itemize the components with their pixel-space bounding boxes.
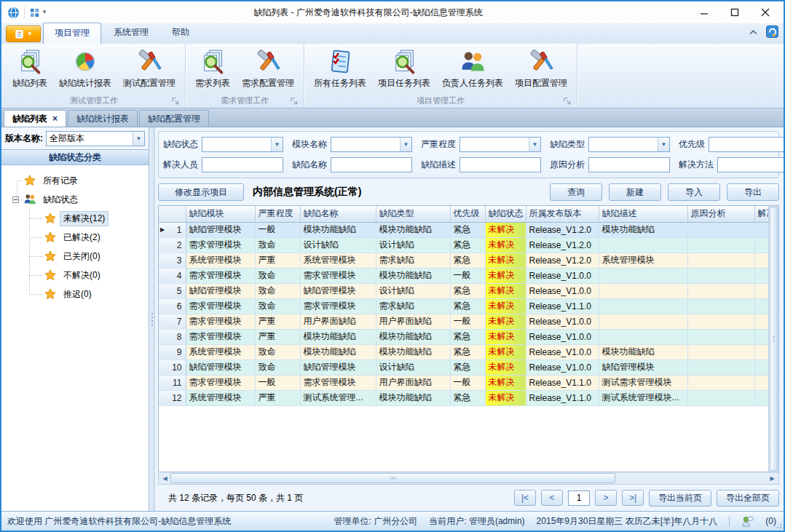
row-marker-cell: 3 xyxy=(159,253,186,268)
filter-select[interactable]: ▼ xyxy=(588,137,670,152)
table-row[interactable]: 9系统管理模块致命模块功能缺陷模块功能缺陷紧急未解决Release_V1.0.0… xyxy=(159,344,768,360)
filter-select[interactable]: ▼ xyxy=(331,137,412,152)
action-button[interactable]: 导入 xyxy=(668,183,720,201)
table-row[interactable]: 11需求管理模块一般需求管理模块用户界面缺陷一般未解决Release_V1.1.… xyxy=(159,375,768,390)
version-select[interactable]: 全部版本 ▼ xyxy=(46,131,145,146)
tree-item[interactable]: 推迟(0) xyxy=(44,285,149,303)
collapse-expander-icon[interactable] xyxy=(12,196,19,203)
ribbon-button[interactable]: 缺陷统计报表 xyxy=(54,46,117,91)
ribbon-button-label: 缺陷列表 xyxy=(12,77,47,90)
column-header[interactable]: 所属发布版本 xyxy=(526,206,599,222)
column-header[interactable]: 严重程度 xyxy=(255,206,300,222)
next-page-button[interactable]: > xyxy=(595,490,617,506)
dialog-launcher-icon[interactable] xyxy=(563,97,572,106)
scroll-left-arrow-icon[interactable]: ◀ xyxy=(159,473,170,483)
ribbon-button[interactable]: 项目任务列表 xyxy=(373,46,435,91)
horizontal-scrollbar-thumb[interactable] xyxy=(170,473,615,483)
tree-item[interactable]: 缺陷状态 xyxy=(23,190,149,209)
document-tab[interactable]: 缺陷配置管理 xyxy=(139,110,209,127)
table-cell xyxy=(687,329,754,344)
filter-input[interactable] xyxy=(588,157,670,172)
table-cell: 严重 xyxy=(255,253,300,268)
action-button[interactable]: 导出 xyxy=(727,183,779,201)
filter-select[interactable]: ▼ xyxy=(202,137,283,152)
prev-page-button[interactable]: < xyxy=(541,490,563,506)
table-row[interactable]: 10缺陷管理模块致命缺陷管理模块设计缺陷紧急未解决Release_V1.0.0缺… xyxy=(159,360,768,375)
table-row[interactable]: 5缺陷管理模块致命缺陷管理模块设计缺陷紧急未解决Release_V1.0.0 xyxy=(159,283,768,298)
tree-item[interactable]: 已关闭(0) xyxy=(44,247,149,266)
column-header[interactable]: 缺陷状态 xyxy=(485,206,526,222)
vertical-scrollbar[interactable] xyxy=(768,206,778,472)
ribbon-tab[interactable]: 项目管理 xyxy=(43,23,101,44)
scroll-right-arrow-icon[interactable]: ▶ xyxy=(767,473,778,483)
column-header[interactable]: 原因分析 xyxy=(687,206,754,222)
modify-display-items-button[interactable]: 修改显示项目 xyxy=(158,183,244,201)
table-row[interactable]: 12系统管理模块严重测试系统管理...模块功能缺陷紧急未解决Release_V1… xyxy=(159,390,768,405)
table-cell: 紧急 xyxy=(450,222,485,237)
tree-item[interactable]: 已解决(2) xyxy=(44,228,149,247)
table-row[interactable]: 6需求管理模块致命需求管理模块需求缺陷紧急未解决Release_V1.1.0 xyxy=(159,298,768,314)
tree-item[interactable]: 不解决(0) xyxy=(44,266,149,285)
filter-input[interactable] xyxy=(459,157,541,172)
tree-item-label: 不解决(0) xyxy=(60,269,103,282)
table-row[interactable]: 7需求管理模块严重用户界面缺陷用户界面缺陷一般未解决Release_V1.0.0 xyxy=(159,314,768,329)
first-page-button[interactable]: |< xyxy=(514,490,536,506)
row-marker-cell: 8 xyxy=(159,329,186,344)
document-tab[interactable]: 缺陷列表× xyxy=(4,110,66,127)
page-number-input[interactable] xyxy=(568,491,590,506)
table-row[interactable]: 3系统管理模块严重系统管理模块需求缺陷紧急未解决Release_V1.2.0系统… xyxy=(159,253,768,268)
ribbon-button[interactable]: 需求配置管理 xyxy=(237,46,299,91)
filter-input[interactable] xyxy=(202,157,283,172)
star-icon xyxy=(44,231,57,244)
document-tab[interactable]: 缺陷统计报表 xyxy=(68,110,138,127)
table-row[interactable]: 4需求管理模块致命需求管理模块模块功能缺陷一般未解决Release_V1.0.0 xyxy=(159,268,768,283)
action-button[interactable]: 新建 xyxy=(609,183,661,201)
column-header[interactable]: 缺陷描述 xyxy=(599,206,687,222)
ribbon-button[interactable]: 测试配置管理 xyxy=(118,46,181,91)
quick-access-toolbar[interactable]: ▼ xyxy=(29,7,47,18)
close-icon[interactable]: × xyxy=(52,114,58,123)
filter-input[interactable] xyxy=(331,157,412,172)
dialog-launcher-icon[interactable] xyxy=(171,97,180,106)
maximize-button[interactable] xyxy=(719,3,750,22)
vertical-scrollbar-thumb[interactable] xyxy=(770,207,778,471)
statusbar-separator xyxy=(729,516,730,526)
column-header[interactable]: 缺陷模块 xyxy=(186,206,255,222)
column-header[interactable]: 缺陷类型 xyxy=(376,206,450,222)
minimize-button[interactable] xyxy=(689,3,719,22)
column-header[interactable]: 缺陷名称 xyxy=(300,206,376,222)
ribbon-button[interactable]: 缺陷列表 xyxy=(7,46,52,91)
app-menu-button[interactable]: ▼ xyxy=(6,25,41,42)
theme-icon[interactable] xyxy=(765,25,779,41)
ribbon-button[interactable]: 需求列表 xyxy=(190,46,235,91)
collapse-ribbon-icon[interactable] xyxy=(749,28,758,38)
search-doc-icon xyxy=(391,49,417,75)
resize-grip[interactable] xyxy=(775,522,782,529)
column-header[interactable]: 优先级 xyxy=(450,206,485,222)
table-cell: 系统管理模块 xyxy=(186,344,255,360)
splitter-handle[interactable] xyxy=(149,127,155,511)
filter-select[interactable]: ▼ xyxy=(459,137,541,152)
filter-select[interactable]: ▼ xyxy=(709,137,785,152)
ribbon-button[interactable]: 项目配置管理 xyxy=(510,46,572,91)
ribbon-tab[interactable]: 帮助 xyxy=(161,23,200,44)
horizontal-scrollbar[interactable]: ◀ ▶ xyxy=(158,472,779,485)
tree-item[interactable]: 未解决(12) xyxy=(44,209,149,228)
filter-input[interactable] xyxy=(717,157,785,172)
ribbon-button[interactable]: 所有任务列表 xyxy=(309,46,371,91)
ribbon-tab[interactable]: 系统管理 xyxy=(103,23,159,44)
ribbon-button[interactable]: 负责人任务列表 xyxy=(437,46,508,91)
dialog-launcher-icon[interactable] xyxy=(290,97,299,106)
table-row[interactable]: 8需求管理模块严重模块功能缺陷模块功能缺陷紧急未解决Release_V1.0.0 xyxy=(159,329,768,344)
user-message-icon[interactable] xyxy=(741,515,754,528)
row-number: 3 xyxy=(177,255,182,266)
action-button[interactable]: 查询 xyxy=(550,183,602,201)
export-all-pages-button[interactable]: 导出全部页 xyxy=(717,490,779,507)
close-button[interactable] xyxy=(750,3,781,22)
export-current-page-button[interactable]: 导出当前页 xyxy=(649,490,711,507)
column-header[interactable]: 解决方法 xyxy=(754,206,768,222)
last-page-button[interactable]: >| xyxy=(622,490,644,506)
table-row[interactable]: 2需求管理模块致命设计缺陷设计缺陷紧急未解决Release_V1.2.0 xyxy=(159,237,768,253)
table-row[interactable]: ▶1缺陷管理模块一般模块功能缺陷模块功能缺陷紧急未解决Release_V1.2.… xyxy=(159,222,768,237)
tree-item[interactable]: 所有记录 xyxy=(23,171,149,190)
